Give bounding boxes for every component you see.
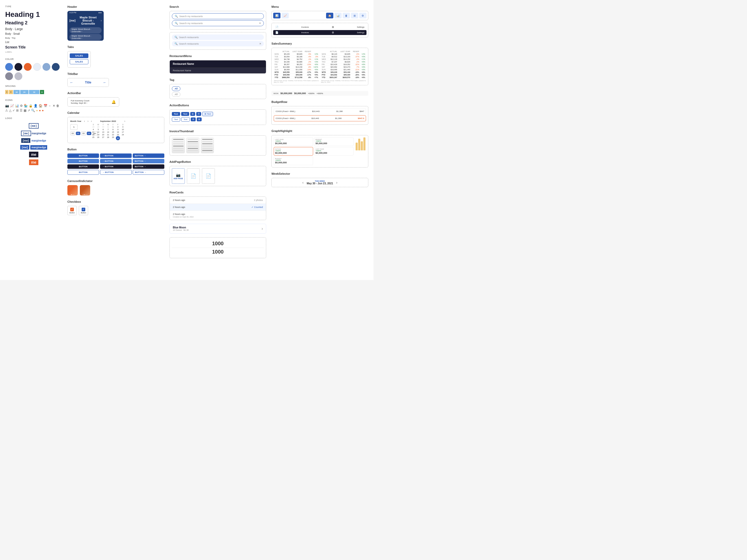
cal-next-arrow[interactable]: ›: [87, 120, 88, 123]
rowcard-2[interactable]: 2 hours ago ✓ Counted: [170, 204, 266, 211]
cal-31[interactable]: 31: [106, 126, 110, 128]
rest-menu-header[interactable]: Restaurant Name: [170, 60, 266, 68]
menu-icon-chart3[interactable]: 📊: [334, 13, 342, 18]
cal-29[interactable]: 29: [96, 126, 101, 128]
cal-15[interactable]: 15: [111, 131, 115, 133]
cal-7[interactable]: 7: [106, 128, 110, 131]
btn-dark-right[interactable]: BUTTON →: [133, 164, 164, 169]
btn-solid-right-1[interactable]: BUTTON →: [133, 153, 164, 158]
abt-outline-2[interactable]: Text: [181, 117, 190, 122]
cal-16[interactable]: 16: [115, 131, 120, 133]
btn-outline-right[interactable]: BUTTON →: [133, 170, 164, 175]
abt-text-2[interactable]: Text: [181, 112, 189, 116]
btn-outline-1[interactable]: BUTTON: [68, 170, 99, 175]
cal-17[interactable]: 17: [121, 131, 125, 133]
cal-minute-active[interactable]: 00: [87, 132, 91, 135]
cal-hour-00[interactable]: 00: [70, 131, 75, 135]
abt-icon-filter[interactable]: ⊞: [197, 118, 202, 121]
cal-hour-active[interactable]: 00: [76, 132, 80, 135]
btn-outline-arrow[interactable]: → BUTTON: [100, 170, 132, 175]
cb-box-orange[interactable]: ✓: [70, 208, 74, 211]
cal-26[interactable]: 26: [96, 136, 101, 140]
abt-outline-1[interactable]: Text: [172, 117, 180, 122]
menu-item-invoices-2[interactable]: 📄 Invoices ⚙ Settings: [273, 30, 366, 35]
week-prev-arrow[interactable]: ‹: [303, 180, 304, 185]
cal-4[interactable]: 4: [91, 128, 96, 131]
header-nav1[interactable]: Maple Street Biscuit - Greenville ›: [70, 27, 102, 33]
cal-27[interactable]: 27: [101, 136, 105, 140]
titlebar-left-arrow[interactable]: ←: [70, 80, 73, 84]
cal-10[interactable]: 10: [121, 128, 125, 131]
abt-icon-list[interactable]: ☰: [196, 112, 201, 116]
cal-22[interactable]: 22: [111, 133, 115, 136]
btn-solid-2[interactable]: BUTTON: [68, 159, 99, 163]
tag-all-inactive[interactable]: All: [172, 92, 181, 97]
abt-icon-grid[interactable]: ⊞: [190, 112, 195, 116]
header-nav2[interactable]: Maple Street Biscuit - Greenville ›: [70, 34, 102, 40]
abt-text-1[interactable]: Text: [172, 112, 180, 116]
menu-item-invoices-1[interactable]: 📄 Invoices ⚙ Settings: [273, 25, 366, 30]
cal-18[interactable]: 18: [91, 133, 96, 136]
cal-3[interactable]: 3: [121, 126, 125, 128]
cal-14[interactable]: 14: [106, 131, 110, 133]
cal-minute-00[interactable]: 00: [81, 131, 86, 135]
week-next-arrow[interactable]: ›: [336, 180, 337, 185]
rowcard-3[interactable]: 2 hours ago Created on Sept 30, 2022: [170, 211, 266, 220]
cal-28b[interactable]: 28: [106, 136, 110, 140]
menu-icon-settings2[interactable]: ⚙: [359, 13, 366, 18]
budget-row-label: BudgetRow: [272, 100, 368, 103]
cal-1[interactable]: 1: [111, 126, 115, 128]
menu-icon-trash[interactable]: 🗑: [343, 13, 350, 18]
titlebar-right-arrow[interactable]: ←: [103, 80, 106, 84]
search-bar-active-1[interactable]: 🔍 Search my restaurants: [172, 13, 264, 19]
btn-dark-1[interactable]: BUTTON: [68, 164, 99, 169]
cb-box-blue[interactable]: ✓: [82, 208, 85, 211]
cal-2[interactable]: 2: [115, 126, 120, 128]
search-clear-icon2[interactable]: ✕: [259, 42, 261, 45]
cal-19[interactable]: 19: [96, 133, 101, 136]
tab-sales-1[interactable]: SALES: [70, 53, 88, 58]
cal-right-next[interactable]: ›: [124, 120, 125, 123]
btn-solid-right-2[interactable]: BUTTON →: [133, 159, 164, 163]
abt-filter[interactable]: ⊞ Text: [202, 112, 213, 116]
cal-prev-arrow[interactable]: ‹: [84, 120, 85, 123]
btn-solid-1[interactable]: BUTTON: [68, 153, 99, 158]
btn-dark-arrow[interactable]: → BUTTON: [100, 164, 132, 169]
search-clear-icon[interactable]: ✕: [259, 22, 261, 25]
actionbar-date[interactable]: Sunday, Sept 30 ›: [71, 102, 89, 104]
cal-13[interactable]: 13: [101, 131, 105, 133]
td2-mon-pct2: +2%: [360, 53, 366, 55]
cal-21[interactable]: 21: [106, 133, 110, 136]
tag-all-active[interactable]: All: [172, 86, 181, 91]
menu-icon-copy[interactable]: ⊞: [351, 13, 358, 18]
tab-sales-2[interactable]: SALES: [70, 59, 88, 64]
menu-icon-home[interactable]: 🏠: [326, 13, 333, 18]
cal-24[interactable]: 24: [121, 133, 125, 136]
cal-25[interactable]: 25: [91, 136, 96, 140]
rest-menu-item[interactable]: Restaurant Name: [170, 68, 266, 73]
search-bar-active-2[interactable]: 🔍 Search my restaurants ✕: [172, 20, 264, 26]
abt-icon-settings[interactable]: ⚙: [191, 118, 196, 121]
menu-icon-chart[interactable]: 📊: [273, 13, 280, 18]
add-page-button[interactable]: 📷 ADD PAGE: [172, 168, 185, 184]
cal-6[interactable]: 6: [101, 128, 105, 131]
rowcard-blue-moon[interactable]: Blue Moon 12 Ounce · $1.30 ›: [170, 224, 266, 234]
search-bar-2[interactable]: 🔍 Search restaurants ✕: [172, 41, 264, 46]
cal-29b[interactable]: 29: [111, 136, 115, 140]
btn-solid-arrow-2[interactable]: → BUTTON: [100, 159, 132, 163]
cal-23[interactable]: 23: [115, 133, 120, 136]
cal-5[interactable]: 5: [96, 128, 101, 131]
cal-20[interactable]: 20: [101, 133, 105, 136]
cal-28[interactable]: 28: [91, 126, 96, 128]
cal-12[interactable]: 12: [96, 131, 101, 133]
rowcard-1[interactable]: 2 hours ago 2 photos: [170, 197, 266, 204]
btn-solid-arrow-1[interactable]: → BUTTON: [100, 153, 132, 158]
cal-30[interactable]: 30: [101, 126, 105, 128]
cal-8[interactable]: 8: [111, 128, 115, 131]
cal-30-selected[interactable]: 30: [116, 136, 120, 140]
cal-11[interactable]: 11: [91, 131, 96, 133]
cal-9[interactable]: 9: [115, 128, 120, 131]
search-bar-1[interactable]: 🔍 Search restaurants: [172, 34, 264, 40]
cal-right-prev[interactable]: ‹: [91, 120, 92, 123]
menu-icon-chart2[interactable]: 📈: [282, 13, 289, 18]
